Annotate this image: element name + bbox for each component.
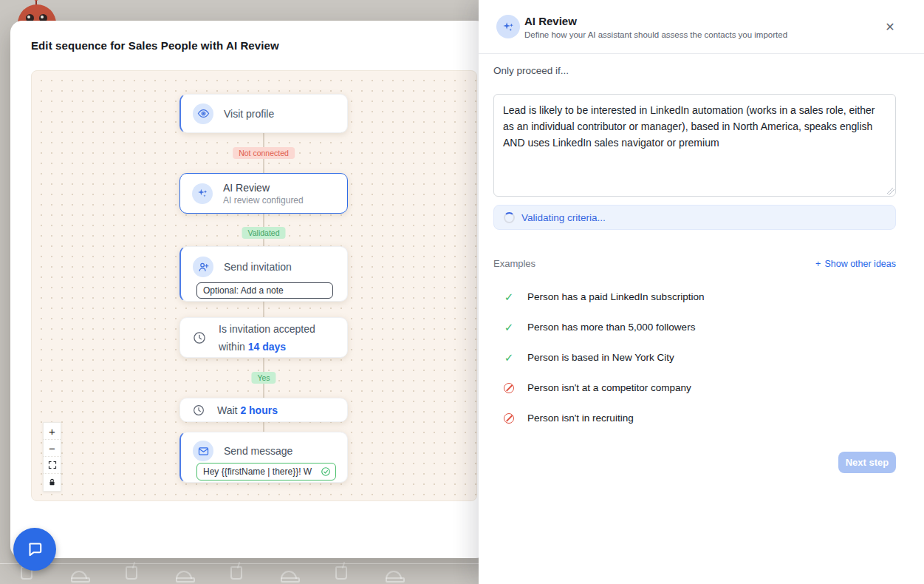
status-badge-yes: Yes bbox=[251, 372, 276, 384]
node-send-invitation[interactable]: Send invitation bbox=[179, 246, 348, 302]
modal-title: Edit sequence for Sales People with AI R… bbox=[31, 39, 279, 52]
node-label: Send invitation bbox=[224, 261, 292, 273]
person-plus-icon bbox=[193, 257, 213, 277]
next-step-button[interactable]: Next step bbox=[838, 452, 896, 473]
check-icon: ✓ bbox=[503, 321, 515, 334]
examples-label: Examples bbox=[493, 258, 535, 269]
burger-pattern-icon bbox=[281, 571, 297, 579]
fit-view-button[interactable] bbox=[44, 457, 61, 474]
lock-interactivity-button[interactable] bbox=[44, 474, 61, 491]
condition-line1: Is invitation accepted bbox=[219, 323, 315, 335]
examples-list: ✓ Person has a paid LinkedIn subscriptio… bbox=[503, 282, 896, 433]
condition-duration[interactable]: 14 days bbox=[248, 341, 286, 353]
examples-header: Examples + Show other ideas bbox=[493, 258, 896, 269]
sequence-canvas[interactable]: Visit profile Not connected AI Review AI… bbox=[31, 70, 477, 501]
node-title: AI Review bbox=[223, 182, 304, 194]
status-badge-validated: Validated bbox=[242, 227, 285, 239]
show-other-ideas-link[interactable]: + Show other ideas bbox=[815, 259, 896, 269]
invitation-note-input[interactable] bbox=[196, 282, 333, 299]
check-icon: ✓ bbox=[503, 291, 515, 304]
expand-icon bbox=[48, 461, 57, 469]
robot-mascot bbox=[18, 1, 56, 21]
sparkles-icon bbox=[496, 15, 520, 38]
validating-text: Validating criteria... bbox=[521, 212, 606, 223]
clock-icon bbox=[192, 330, 207, 345]
example-text: Person isn't at a competitor company bbox=[527, 382, 691, 393]
status-badge-not-connected: Not connected bbox=[233, 147, 295, 159]
block-icon bbox=[504, 383, 514, 393]
edit-sequence-modal: Edit sequence for Sales People with AI R… bbox=[10, 21, 487, 558]
condition-line2-prefix: within bbox=[219, 341, 248, 353]
panel-title: AI Review bbox=[524, 15, 577, 27]
node-ai-review[interactable]: AI Review AI review configured bbox=[179, 173, 348, 214]
sparkles-icon bbox=[192, 183, 213, 204]
canvas-controls: + − bbox=[43, 422, 61, 492]
plus-icon: + bbox=[815, 259, 821, 269]
example-text: Person isn't in recruiting bbox=[527, 412, 634, 424]
example-text: Person is based in New York City bbox=[527, 352, 674, 363]
valid-check-icon bbox=[321, 466, 331, 477]
plus-icon: + bbox=[49, 425, 55, 438]
node-wait[interactable]: Wait 2 hours bbox=[179, 398, 348, 422]
example-item: ✓ Person has more than 5,000 followers bbox=[503, 312, 896, 342]
node-send-message[interactable]: Send message bbox=[179, 432, 348, 483]
example-text: Person has more than 5,000 followers bbox=[527, 322, 695, 333]
check-icon: ✓ bbox=[503, 351, 515, 364]
example-item: Person isn't in recruiting bbox=[503, 403, 896, 433]
spinner-icon bbox=[504, 212, 515, 223]
example-text: Person has a paid LinkedIn subscription bbox=[527, 291, 704, 302]
cup-pattern-icon bbox=[335, 566, 347, 580]
clock-icon bbox=[192, 404, 205, 417]
mail-icon bbox=[193, 441, 213, 461]
node-invitation-accepted-condition[interactable]: Is invitation accepted within 14 days bbox=[179, 317, 348, 358]
criteria-textarea[interactable]: Lead is likely to be interested in Linke… bbox=[493, 94, 896, 197]
node-label: Send message bbox=[224, 445, 292, 457]
burger-pattern-icon bbox=[176, 571, 192, 579]
close-icon[interactable]: ✕ bbox=[883, 19, 897, 34]
chat-launcher-button[interactable] bbox=[13, 528, 56, 571]
zoom-out-button[interactable]: − bbox=[44, 440, 61, 457]
minus-icon: − bbox=[49, 442, 55, 455]
background-pattern bbox=[0, 566, 479, 584]
show-other-ideas-label: Show other ideas bbox=[824, 259, 896, 269]
ai-review-panel: AI Review Define how your AI assistant s… bbox=[479, 0, 924, 584]
node-subtitle: AI review configured bbox=[223, 195, 304, 206]
message-input-wrap bbox=[196, 463, 336, 481]
wait-prefix: Wait bbox=[217, 404, 240, 416]
example-item: Person isn't at a competitor company bbox=[503, 373, 896, 403]
cup-pattern-icon bbox=[126, 566, 137, 580]
validating-status-bar: Validating criteria... bbox=[493, 205, 896, 230]
example-item: ✓ Person is based in New York City bbox=[503, 342, 896, 373]
chat-bubble-icon bbox=[25, 540, 44, 559]
criteria-field-wrap: Lead is likely to be interested in Linke… bbox=[493, 94, 896, 197]
cup-pattern-icon bbox=[230, 566, 242, 580]
panel-subtitle: Define how your AI assistant should asse… bbox=[524, 30, 787, 39]
node-visit-profile[interactable]: Visit profile bbox=[179, 94, 348, 133]
only-proceed-if-label: Only proceed if... bbox=[493, 65, 569, 76]
burger-pattern-icon bbox=[71, 571, 87, 579]
block-icon bbox=[504, 413, 514, 424]
example-item: ✓ Person has a paid LinkedIn subscriptio… bbox=[503, 282, 896, 312]
wait-duration[interactable]: 2 hours bbox=[240, 404, 278, 416]
lock-icon bbox=[48, 478, 56, 486]
eye-icon bbox=[193, 103, 213, 124]
burger-pattern-icon bbox=[386, 571, 402, 579]
message-input[interactable] bbox=[203, 466, 318, 477]
panel-header: AI Review Define how your AI assistant s… bbox=[479, 0, 924, 54]
node-label: Visit profile bbox=[224, 108, 274, 120]
zoom-in-button[interactable]: + bbox=[44, 423, 61, 440]
